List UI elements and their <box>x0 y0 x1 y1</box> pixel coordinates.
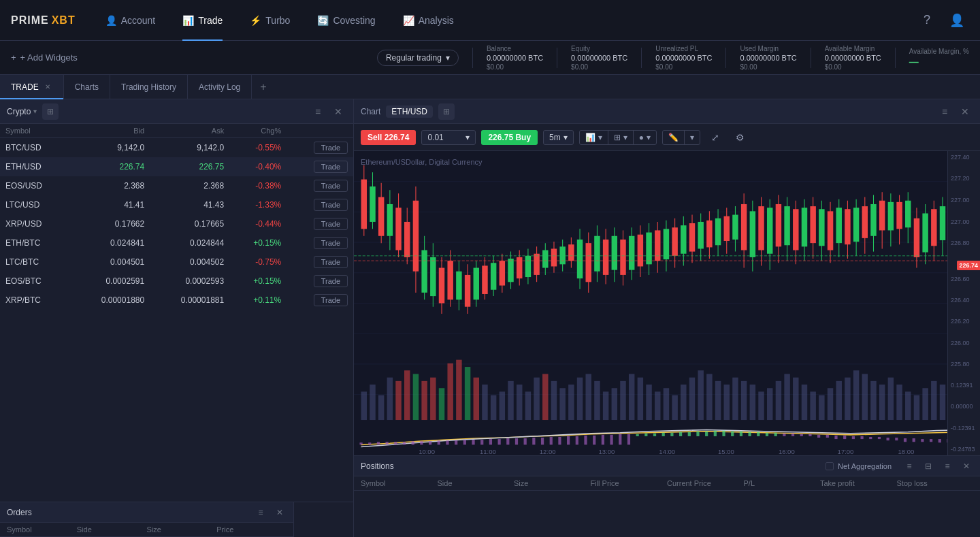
tab-trade-close[interactable]: ✕ <box>43 82 52 92</box>
svg-rect-40 <box>629 374 634 420</box>
trade-button[interactable]: Trade <box>314 294 348 306</box>
positions-col-filter-icon[interactable]: ⊟ <box>921 459 935 473</box>
tab-activity-log-label: Activity Log <box>199 82 240 92</box>
trade-button[interactable]: Trade <box>314 218 348 230</box>
market-table-row[interactable]: BTC/USD 9,142.0 9,142.0 -0.55% Trade <box>0 138 353 158</box>
svg-rect-149 <box>655 230 660 261</box>
market-bid: 0.024841 <box>70 233 150 253</box>
timeframe-selector[interactable]: 5m ▾ <box>543 130 574 145</box>
chart-pair-label[interactable]: ETH/USD <box>386 105 433 118</box>
chart-menu-icon[interactable]: ≡ <box>936 103 953 120</box>
tab-trade[interactable]: TRADE ✕ <box>0 75 64 99</box>
market-table-row[interactable]: ETH/BTC 0.024841 0.024844 +0.15% Trade <box>0 233 353 253</box>
market-table-row[interactable]: EOS/USD 2.368 2.368 -0.38% Trade <box>0 176 353 195</box>
svg-rect-37 <box>603 391 608 420</box>
chart-gear-icon[interactable]: ⚙ <box>730 128 749 147</box>
market-table-row[interactable]: LTC/USD 41.41 41.43 -1.33% Trade <box>0 195 353 214</box>
svg-rect-69 <box>879 385 885 420</box>
unrealized-pl-btc: 0.00000000 BTC <box>655 54 712 62</box>
svg-rect-255 <box>627 434 630 445</box>
stat-divider-5 <box>811 48 811 68</box>
chart-expand-icon[interactable]: ⤢ <box>706 128 725 147</box>
balance-stat: Balance 0.00000000 BTC $0.00 <box>487 45 543 71</box>
chart-settings-icon[interactable]: ● ▾ <box>634 131 656 144</box>
price-level-4: 227.00 <box>951 218 970 225</box>
trade-button[interactable]: Trade <box>314 237 348 249</box>
chart-draw-chevron-icon[interactable]: ▾ <box>685 131 700 144</box>
chart-close-icon[interactable]: ✕ <box>957 103 973 120</box>
nav-covesting[interactable]: 🔄 Covesting <box>304 0 389 41</box>
market-ask: 226.75 <box>150 157 229 176</box>
nav-account[interactable]: 👤 Account <box>92 0 169 41</box>
buy-button[interactable]: 226.75 Buy <box>481 130 538 145</box>
svg-rect-239 <box>489 439 492 444</box>
market-bid: 41.41 <box>70 195 150 214</box>
user-profile-icon[interactable]: 👤 <box>945 8 969 33</box>
tab-add-button[interactable]: + <box>252 81 274 93</box>
trade-button[interactable]: Trade <box>314 199 348 211</box>
market-menu-icon[interactable]: ≡ <box>310 103 326 120</box>
market-table-row[interactable]: ETH/USD 226.74 226.75 -0.40% Trade <box>0 157 353 176</box>
market-table-row[interactable]: XRP/USD 0.17662 0.17665 -0.44% Trade <box>0 214 353 233</box>
orders-menu-icon[interactable]: ≡ <box>254 506 267 519</box>
chevron-down-icon: ▾ <box>446 53 450 63</box>
market-ask: 9,142.0 <box>150 138 229 158</box>
trade-button[interactable]: Trade <box>314 275 348 287</box>
svg-rect-59 <box>793 378 798 420</box>
market-bid: 9,142.0 <box>70 138 150 158</box>
chart-tool-group-1: 📊 ▾ ⊞ ▾ ● ▾ <box>579 130 657 145</box>
tab-trading-history[interactable]: Trading History <box>110 75 188 99</box>
svg-rect-233 <box>438 440 440 444</box>
svg-rect-163 <box>715 218 721 246</box>
tab-charts-label: Charts <box>75 82 99 92</box>
svg-rect-72 <box>905 391 911 420</box>
chart-indicator-icon[interactable]: 📊 ▾ <box>580 131 608 144</box>
sell-button[interactable]: Sell 226.74 <box>361 130 416 145</box>
nav-trade-label: Trade <box>198 15 223 26</box>
market-bid: 0.00001880 <box>70 291 150 310</box>
market-ask: 0.00001881 <box>150 291 229 310</box>
orders-close-icon[interactable]: ✕ <box>273 506 287 519</box>
nav-turbo[interactable]: ⚡ Turbo <box>236 0 304 41</box>
market-table-row[interactable]: LTC/BTC 0.004501 0.004502 -0.75% Trade <box>0 253 353 272</box>
nav-trade[interactable]: 📊 Trade <box>169 0 236 41</box>
trade-button[interactable]: Trade <box>314 180 348 192</box>
trade-button[interactable]: Trade <box>314 256 348 268</box>
trade-button[interactable]: Trade <box>314 161 348 173</box>
tab-activity-log[interactable]: Activity Log <box>188 75 252 99</box>
market-title[interactable]: Crypto ▾ <box>7 107 37 116</box>
market-table-row[interactable]: EOS/BTC 0.0002591 0.0002593 +0.15% Trade <box>0 272 353 291</box>
svg-rect-55 <box>758 391 764 420</box>
svg-rect-11 <box>378 395 384 420</box>
chart-display-icon[interactable]: ⊞ ▾ <box>608 131 634 144</box>
quantity-input[interactable]: 0.01 ▾ <box>421 130 476 145</box>
chart-draw-icon[interactable]: ✏️ <box>663 131 685 144</box>
add-widgets-button[interactable]: + + Add Widgets <box>11 52 78 63</box>
market-close-icon[interactable]: ✕ <box>330 103 346 120</box>
svg-rect-109 <box>482 265 487 294</box>
qty-chevron-icon: ▾ <box>466 133 470 142</box>
positions-close-icon[interactable]: ✕ <box>960 459 973 473</box>
svg-rect-189 <box>828 211 833 250</box>
positions-col-settings-icon[interactable]: ≡ <box>902 459 916 473</box>
market-chg: -0.55% <box>229 138 287 158</box>
svg-rect-262 <box>688 432 691 436</box>
help-icon[interactable]: ? <box>915 8 939 33</box>
svg-text:13:00: 13:00 <box>599 448 615 455</box>
chart-subtitle: Ethereum/USDollar, Digital Currency <box>361 158 483 166</box>
chevron-down-icon: ▾ <box>33 108 37 115</box>
market-trade: Trade <box>287 253 353 272</box>
svg-rect-225 <box>368 442 371 444</box>
tab-trading-history-label: Trading History <box>121 82 176 92</box>
market-table-row[interactable]: XRP/BTC 0.00001880 0.00001881 +0.11% Tra… <box>0 291 353 310</box>
chart-pair-settings-icon[interactable]: ⊞ <box>438 103 455 120</box>
tabs-row: TRADE ✕ Charts Trading History Activity … <box>0 75 980 99</box>
market-search-icon[interactable]: ⊞ <box>42 103 59 120</box>
nav-analysis[interactable]: 📈 Analysis <box>389 0 468 41</box>
svg-rect-101 <box>447 261 453 299</box>
net-aggregation-checkbox[interactable] <box>826 462 834 470</box>
trading-mode-selector[interactable]: Regular trading ▾ <box>377 50 459 66</box>
trade-button[interactable]: Trade <box>314 142 348 154</box>
positions-menu-icon[interactable]: ≡ <box>941 459 954 473</box>
tab-charts[interactable]: Charts <box>64 75 110 99</box>
